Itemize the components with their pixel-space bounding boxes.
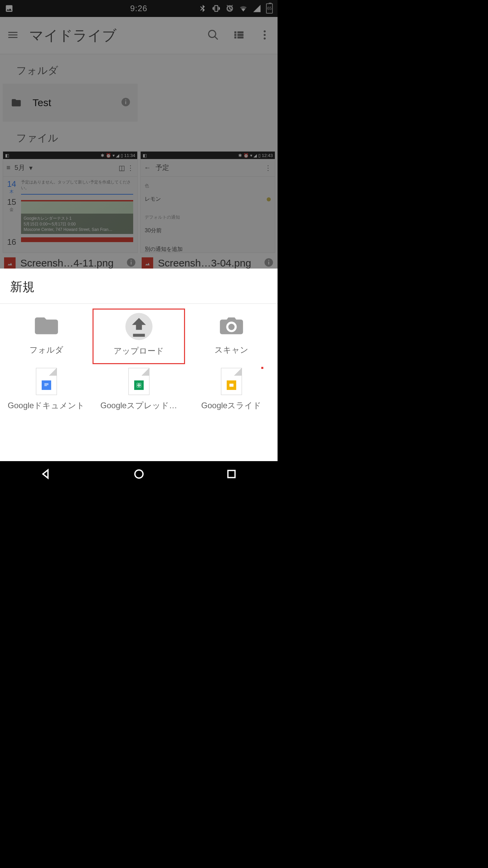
modal-scrim[interactable] <box>0 0 278 269</box>
option-label: Googleスプレッド… <box>100 400 177 411</box>
google-slides-option[interactable]: Googleスライド <box>185 364 278 418</box>
sheets-icon <box>128 368 149 395</box>
slides-icon <box>221 368 242 395</box>
nav-recent-button[interactable] <box>225 468 238 481</box>
google-sheets-option[interactable]: Googleスプレッド… <box>93 364 185 418</box>
option-label: スキャン <box>215 344 248 355</box>
nav-home-button[interactable] <box>133 468 145 481</box>
svg-point-13 <box>135 470 143 478</box>
option-label: アップロード <box>114 346 164 356</box>
google-docs-option[interactable]: Googleドキュメント <box>0 364 93 418</box>
svg-rect-14 <box>228 471 235 478</box>
screen: 9:26 65 マイドライブ フォルダ Test <box>0 0 278 488</box>
notification-dot-icon <box>261 367 263 369</box>
option-label: フォルダ <box>29 344 63 355</box>
camera-icon <box>218 315 245 336</box>
sheet-title: 新規 <box>0 269 278 303</box>
option-label: Googleドキュメント <box>8 400 85 411</box>
folder-icon <box>33 315 60 336</box>
svg-rect-12 <box>229 384 233 387</box>
upload-icon <box>127 315 151 339</box>
nav-back-button[interactable] <box>40 468 53 481</box>
new-folder-option[interactable]: フォルダ <box>0 309 93 364</box>
navigation-bar <box>0 461 278 488</box>
home-icon <box>133 468 145 480</box>
option-label: Googleスライド <box>201 400 261 411</box>
new-item-bottom-sheet: 新規 フォルダ アップロード <box>0 269 278 461</box>
scan-option[interactable]: スキャン <box>185 309 278 364</box>
recent-icon <box>225 468 238 480</box>
upload-option[interactable]: アップロード <box>93 309 185 364</box>
docs-icon <box>36 368 57 395</box>
back-icon <box>40 468 53 480</box>
